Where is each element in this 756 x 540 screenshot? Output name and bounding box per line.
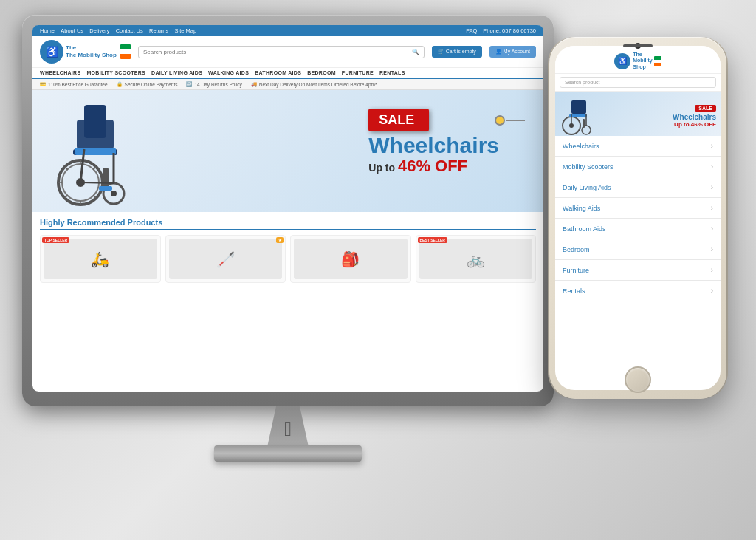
monitor-bezel-outer: Home About Us Delivery Contact Us Return… [22, 15, 554, 406]
faq-link[interactable]: FAQ [466, 27, 477, 34]
nav-rentals[interactable]: RENTALS [379, 70, 405, 75]
phone-sale-tag: SALE [695, 105, 716, 112]
mobile-phone: ♿ The Mobility Shop Search product [549, 37, 726, 399]
nav-mobility-scooters[interactable]: MOBILITY SCOOTERS [86, 70, 145, 75]
site-header: ♿ The The Mobility Shop 🔍 � [32, 36, 543, 68]
hero-discount: 46% OFF [398, 157, 467, 175]
monitor-stand-base [214, 445, 362, 462]
phone-hero-title: Wheelchairs [673, 113, 716, 121]
phone-screen: ♿ The Mobility Shop Search product [555, 46, 721, 390]
phone-search-input[interactable]: Search product [560, 77, 716, 88]
chevron-icon-5: › [711, 225, 713, 233]
phone-menu-mobility-scooters[interactable]: Mobility Scooters › [555, 157, 721, 177]
phone-menu: Wheelchairs › Mobility Scooters › Daily … [555, 136, 721, 390]
chevron-icon: › [711, 142, 713, 150]
nav-home[interactable]: Home [40, 27, 55, 34]
recommended-badge: ★ [276, 237, 284, 243]
chevron-icon-7: › [711, 266, 713, 274]
nav-delivery[interactable]: Delivery [89, 27, 109, 34]
logo-icon: ♿ [40, 40, 63, 64]
nav-daily-living-aids[interactable]: DAILY LIVING AIDS [151, 70, 202, 75]
phone-logo-text: The Mobility Shop [633, 52, 652, 70]
search-bar[interactable]: 🔍 [138, 46, 425, 58]
phone-menu-walking-aids[interactable]: Walking Aids › [555, 198, 721, 219]
account-button[interactable]: 👤 My Account [489, 46, 536, 58]
product-image-1: 🛵 [44, 239, 157, 279]
phone-menu-daily-living[interactable]: Daily Living Aids › [555, 177, 721, 198]
main-nav: WHEELCHAIRS MOBILITY SCOOTERS DAILY LIVI… [32, 68, 543, 79]
monitor-screen: Home About Us Delivery Contact Us Return… [32, 25, 543, 392]
phone-menu-wheelchairs[interactable]: Wheelchairs › [555, 136, 721, 157]
products-row: TOP SELLER 🛵 ★ 🦯 🎒 BEST SEL [40, 235, 536, 283]
svg-rect-27 [583, 119, 585, 128]
svg-line-21 [80, 182, 114, 183]
sale-tag-container: SALE [368, 109, 499, 131]
scene: Home About Us Delivery Contact Us Return… [0, 0, 756, 540]
wheelchair-image [44, 98, 147, 212]
topbar-nav: Home About Us Delivery Contact Us Return… [40, 27, 201, 34]
product-card-1[interactable]: TOP SELLER 🛵 [40, 235, 161, 283]
phone-menu-bathroom-aids[interactable]: Bathroom Aids › [555, 219, 721, 239]
tag-circle [495, 115, 505, 126]
phone-wheelchair [558, 93, 599, 136]
guarantee-returns: ↩️ 14 Day Returns Policy [186, 81, 241, 87]
site-topbar: Home About Us Delivery Contact Us Return… [32, 25, 543, 36]
product-card-4[interactable]: BEST SELLER 🚲 [416, 235, 537, 283]
phone-hero-text: SALE Wheelchairs Up to 46% OFF [673, 100, 716, 128]
nav-bathroom-aids[interactable]: BATHROOM AIDS [255, 70, 301, 75]
search-input[interactable] [143, 49, 412, 55]
phone-home-button[interactable] [625, 366, 651, 393]
hero-subtitle: Up to 46% OFF [368, 157, 499, 176]
sale-tag: SALE [368, 109, 429, 131]
nav-contact[interactable]: Contact Us [116, 27, 143, 34]
nav-wheelchairs[interactable]: WHEELCHAIRS [40, 70, 80, 75]
search-icon[interactable]: 🔍 [412, 49, 419, 55]
phone-speaker [623, 44, 653, 47]
nav-bedroom[interactable]: BEDROOM [307, 70, 336, 75]
phone-hero-subtitle: Up to 46% OFF [673, 121, 716, 128]
logo-text: The The Mobility Shop [66, 44, 117, 58]
product-card-3[interactable]: 🎒 [290, 235, 411, 283]
product-card-2[interactable]: ★ 🦯 [165, 235, 286, 283]
chevron-icon-2: › [711, 163, 713, 171]
guarantee-delivery: 🚚 Next Day Delivery On Most Items Ordere… [251, 81, 377, 87]
phone-logo-icon: ♿ [614, 53, 630, 69]
nav-about[interactable]: About Us [61, 27, 83, 34]
cart-button[interactable]: 🛒 Cart is empty [432, 46, 482, 58]
phone-outer: ♿ The Mobility Shop Search product [549, 37, 726, 399]
chevron-icon-4: › [711, 204, 713, 212]
nav-returns[interactable]: Returns [149, 27, 168, 34]
phone-content: ♿ The Mobility Shop Search product [555, 46, 721, 390]
phone-flag [654, 56, 662, 66]
guarantees-bar: 💳 110% Best Price Guarantee 🔒 Secure Onl… [32, 79, 543, 90]
phone-menu-rentals[interactable]: Rentals › [555, 281, 721, 301]
phone-hero: SALE Wheelchairs Up to 46% OFF [555, 92, 721, 136]
phone-header: ♿ The Mobility Shop [555, 46, 721, 74]
nav-furniture[interactable]: FURNITURE [342, 70, 374, 75]
svg-rect-18 [99, 186, 112, 191]
chevron-icon-8: › [711, 287, 713, 295]
topbar-right: FAQ Phone: 057 86 66730 [466, 27, 536, 34]
phone-menu-bedroom[interactable]: Bedroom › [555, 239, 721, 260]
guarantee-payments: 🔒 Secure Online Payments [117, 81, 178, 87]
phone-number: Phone: 057 86 66730 [483, 27, 536, 34]
recommended-title: Highly Recommended Products [40, 218, 536, 230]
hero-title: Wheelchairs [368, 134, 499, 157]
monitor-bezel: Home About Us Delivery Contact Us Return… [32, 25, 543, 392]
hero-content: SALE Wheelchairs Up to 46% OFF [368, 109, 499, 176]
top-seller-badge: TOP SELLER [42, 237, 69, 243]
phone-menu-furniture[interactable]: Furniture › [555, 260, 721, 281]
product-image-2: 🦯 [169, 239, 283, 279]
chevron-icon-3: › [711, 183, 713, 191]
hero-banner: SALE Wheelchairs Up to 46% OFF [32, 90, 543, 212]
phone-search: Search product [555, 74, 721, 92]
logo[interactable]: ♿ The The Mobility Shop [40, 40, 131, 64]
product-image-4: 🚲 [419, 239, 533, 279]
nav-sitemap[interactable]: Site Map [175, 27, 197, 34]
nav-walking-aids[interactable]: WALKING AIDS [208, 70, 249, 75]
svg-rect-1 [84, 105, 106, 138]
flag-icon [120, 44, 131, 59]
top-seller-badge-2: BEST SELLER [418, 237, 447, 243]
tag-string [506, 120, 525, 121]
guarantee-price: 💳 110% Best Price Guarantee [40, 81, 108, 87]
